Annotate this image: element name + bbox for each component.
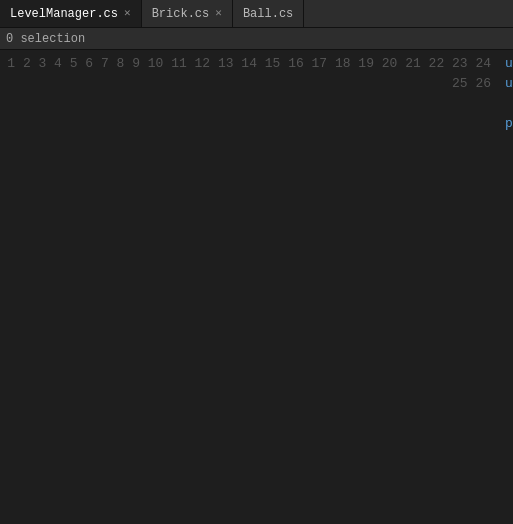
line-numbers: 1 2 3 4 5 6 7 8 9 10 11 12 13 14 15 16 1… — [0, 50, 497, 524]
code-area: 1 2 3 4 5 6 7 8 9 10 11 12 13 14 15 16 1… — [0, 50, 513, 524]
tab-ball[interactable]: Ball.cs — [233, 0, 304, 27]
tab-brick-close[interactable]: ✕ — [215, 8, 222, 19]
tab-ball-label: Ball.cs — [243, 7, 293, 21]
tab-brick-label: Brick.cs — [152, 7, 210, 21]
tab-levelmanager[interactable]: LevelManager.cs ✕ — [0, 0, 142, 27]
tab-brick[interactable]: Brick.cs ✕ — [142, 0, 233, 27]
tab-levelmanager-label: LevelManager.cs — [10, 7, 118, 21]
tab-bar: LevelManager.cs ✕ Brick.cs ✕ Ball.cs — [0, 0, 513, 28]
selection-text: 0 selection — [6, 32, 85, 46]
selection-bar: 0 selection — [0, 28, 513, 50]
tab-levelmanager-close[interactable]: ✕ — [124, 8, 131, 19]
code-content[interactable]: using UnityEngine; using System.Collecti… — [497, 50, 513, 524]
